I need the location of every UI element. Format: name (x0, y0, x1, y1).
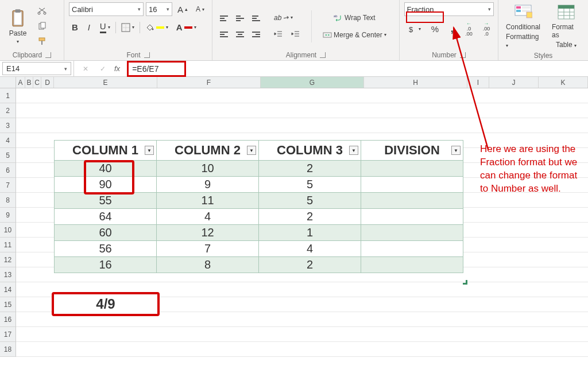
table-cell[interactable] (361, 241, 463, 257)
grid-cell[interactable] (157, 327, 261, 342)
font-dialog-launcher[interactable] (144, 52, 150, 58)
col-header-F[interactable]: F (157, 77, 261, 88)
grid-cell[interactable] (25, 342, 33, 357)
grid-cell[interactable] (467, 252, 489, 267)
grid-cell[interactable] (33, 118, 41, 133)
grid-cell[interactable] (539, 267, 588, 282)
table-cell[interactable] (361, 257, 463, 273)
align-left-button[interactable] (217, 29, 231, 40)
grid-cell[interactable] (33, 267, 41, 282)
grid-cell[interactable] (364, 297, 467, 312)
font-size-combo[interactable]: 16▾ (146, 2, 172, 16)
grid-cell[interactable] (261, 312, 364, 327)
cancel-formula-button[interactable]: ✕ (80, 63, 91, 75)
grid-cell[interactable] (489, 327, 539, 342)
table-cell[interactable]: 2 (259, 161, 361, 177)
grid-cell[interactable] (539, 312, 588, 327)
row-header[interactable]: 12 (0, 252, 16, 267)
decrease-indent-button[interactable] (271, 28, 286, 41)
grid-cell[interactable] (467, 327, 489, 342)
table-cell[interactable] (361, 225, 463, 241)
grid-cell[interactable] (54, 118, 157, 133)
table-cell[interactable]: 56 (55, 241, 157, 257)
grid-cell[interactable] (16, 163, 25, 178)
grid-cell[interactable] (489, 267, 539, 282)
grid-cell[interactable] (41, 178, 54, 193)
table-cell[interactable]: 9 (157, 177, 259, 193)
grid-cell[interactable] (157, 282, 261, 297)
col-header-A[interactable]: A (16, 77, 25, 88)
grid-cell[interactable] (364, 118, 467, 133)
copy-button[interactable] (34, 20, 49, 33)
grid-cell[interactable] (261, 342, 364, 357)
grid-cell[interactable] (25, 267, 33, 282)
grid-cell[interactable] (261, 327, 364, 342)
grid-cell[interactable] (16, 193, 25, 208)
grid-cell[interactable] (41, 223, 54, 238)
grid-cell[interactable] (539, 252, 588, 267)
grid-cell[interactable] (41, 208, 54, 223)
grid-cell[interactable] (25, 297, 33, 312)
grid-cell[interactable] (261, 118, 364, 133)
table-header[interactable]: COLUMN 1▼ (55, 141, 157, 161)
table-cell[interactable]: 2 (259, 209, 361, 225)
table-cell[interactable]: 12 (157, 225, 259, 241)
grid-cell[interactable] (16, 148, 25, 163)
grid-cell[interactable] (157, 342, 261, 357)
grid-cell[interactable] (16, 88, 25, 103)
row-header[interactable]: 16 (0, 312, 16, 327)
percent-format-button[interactable]: % (428, 22, 442, 36)
grid-cell[interactable] (25, 238, 33, 252)
grid-cell[interactable] (33, 238, 41, 252)
grid-cell[interactable] (489, 118, 539, 133)
row-header[interactable]: 13 (0, 267, 16, 282)
grid-cell[interactable] (364, 103, 467, 118)
comma-format-button[interactable]: , (446, 21, 458, 37)
grid-cell[interactable] (33, 178, 41, 193)
table-cell[interactable] (361, 193, 463, 209)
grid-cell[interactable] (539, 282, 588, 297)
grid-cell[interactable] (157, 103, 261, 118)
grid-cell[interactable] (489, 208, 539, 223)
grid-cell[interactable] (157, 118, 261, 133)
grid-cell[interactable] (25, 88, 33, 103)
row-header[interactable]: 6 (0, 163, 16, 178)
grid-cell[interactable] (16, 118, 25, 133)
formula-input[interactable]: =E6/E7 (126, 61, 588, 76)
row-header[interactable]: 4 (0, 133, 16, 148)
grid-cell[interactable] (33, 342, 41, 357)
borders-button[interactable]: ▾ (118, 21, 137, 34)
orientation-button[interactable]: ab↗▾ (271, 12, 296, 24)
grid-cell[interactable] (539, 88, 588, 103)
row-header[interactable]: 11 (0, 238, 16, 252)
grid-cell[interactable] (33, 193, 41, 208)
grid-cell[interactable] (33, 148, 41, 163)
table-cell[interactable]: 5 (259, 193, 361, 209)
grid-cell[interactable] (33, 133, 41, 148)
grid-cell[interactable] (25, 252, 33, 267)
grid-cell[interactable] (261, 88, 364, 103)
grid-cell[interactable] (41, 193, 54, 208)
grid-cell[interactable] (25, 208, 33, 223)
grid-cell[interactable] (41, 252, 54, 267)
grid-cell[interactable] (41, 238, 54, 252)
row-header[interactable]: 15 (0, 297, 16, 312)
col-header-H[interactable]: H (364, 77, 467, 88)
grid-cell[interactable] (261, 103, 364, 118)
grid-cell[interactable] (261, 297, 364, 312)
table-header[interactable]: COLUMN 2▼ (157, 141, 259, 161)
row-header[interactable]: 7 (0, 178, 16, 193)
grid-cell[interactable] (467, 297, 489, 312)
table-cell[interactable]: 1 (259, 225, 361, 241)
grid-cell[interactable] (16, 282, 25, 297)
grid-cell[interactable] (41, 163, 54, 178)
grid-cell[interactable] (16, 208, 25, 223)
grid-cell[interactable] (364, 88, 467, 103)
grid-cell[interactable] (16, 133, 25, 148)
grid-cell[interactable] (25, 223, 33, 238)
grid-cell[interactable] (467, 118, 489, 133)
decrease-decimal-button[interactable]: → .00 .0 (480, 20, 493, 38)
row-header[interactable]: 9 (0, 208, 16, 223)
clipboard-dialog-launcher[interactable] (45, 52, 51, 58)
grid-cell[interactable] (467, 267, 489, 282)
